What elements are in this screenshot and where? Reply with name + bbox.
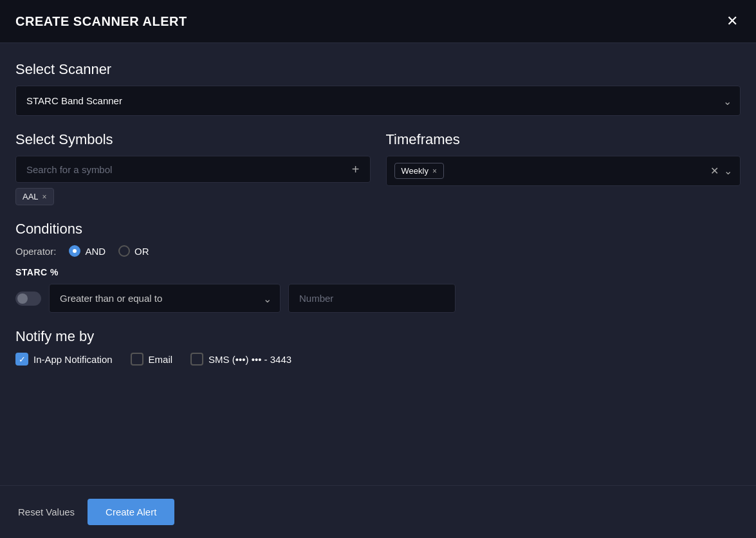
- symbols-section: Select Symbols Search for a symbol + AAL…: [15, 131, 371, 205]
- condition-select[interactable]: Greater than or equal to Less than or eq…: [49, 284, 281, 313]
- add-symbol-button[interactable]: +: [352, 163, 360, 176]
- starc-label: STARC %: [15, 267, 741, 277]
- modal-container: CREATE SCANNER ALERT ✕ Select Scanner ST…: [0, 0, 756, 538]
- modal-title: CREATE SCANNER ALERT: [15, 14, 187, 29]
- scanner-section-title: Select Scanner: [15, 61, 741, 78]
- scanner-section: Select Scanner STARC Band Scanner ⌄: [15, 61, 741, 116]
- radio-or-icon: [118, 245, 130, 257]
- scanner-select[interactable]: STARC Band Scanner: [15, 86, 741, 116]
- timeframes-select-box[interactable]: Weekly × ✕ ⌄: [386, 156, 741, 186]
- modal-header: CREATE SCANNER ALERT ✕: [0, 0, 756, 43]
- timeframes-section: Timeframes Weekly × ✕ ⌄: [386, 131, 741, 205]
- timeframes-actions: ✕ ⌄: [710, 165, 732, 177]
- symbol-tag-aal: AAL ×: [15, 188, 54, 205]
- checkbox-inapp-check: ✓: [19, 355, 26, 364]
- condition-toggle[interactable]: [15, 292, 41, 306]
- notify-inapp-label: In-App Notification: [33, 354, 113, 365]
- conditions-section: Conditions Operator: AND OR STARC %: [15, 221, 741, 313]
- notify-section: Notify me by ✓ In-App Notification Email…: [15, 328, 741, 366]
- radio-or[interactable]: OR: [118, 245, 149, 257]
- symbols-timeframes-row: Select Symbols Search for a symbol + AAL…: [15, 131, 741, 205]
- notify-email-label: Email: [149, 354, 173, 365]
- operator-label: Operator:: [15, 246, 56, 257]
- symbol-tags-row: AAL ×: [15, 188, 371, 205]
- notify-options-row: ✓ In-App Notification Email SMS (•••) ••…: [15, 353, 741, 366]
- radio-and[interactable]: AND: [69, 245, 106, 257]
- checkbox-inapp-icon[interactable]: ✓: [15, 353, 28, 366]
- condition-select-wrapper: Greater than or equal to Less than or eq…: [49, 284, 281, 313]
- notify-section-title: Notify me by: [15, 328, 741, 345]
- timeframes-section-title: Timeframes: [386, 131, 741, 148]
- modal-footer: Reset Values Create Alert: [0, 485, 756, 538]
- create-alert-button[interactable]: Create Alert: [88, 499, 174, 525]
- timeframes-clear-icon[interactable]: ✕: [710, 165, 719, 177]
- number-input[interactable]: [288, 284, 456, 313]
- modal-body: Select Scanner STARC Band Scanner ⌄ Sele…: [0, 43, 756, 485]
- reset-button[interactable]: Reset Values: [15, 500, 77, 524]
- scanner-select-wrapper: STARC Band Scanner ⌄: [15, 86, 741, 116]
- checkbox-sms-icon[interactable]: [190, 353, 203, 366]
- symbol-tag-close-icon[interactable]: ×: [42, 193, 47, 201]
- operator-row: Operator: AND OR: [15, 245, 741, 257]
- radio-and-label: AND: [85, 246, 106, 257]
- starc-condition-block: STARC % Greater than or equal to Less th…: [15, 267, 741, 313]
- checkbox-email-icon[interactable]: [131, 353, 143, 366]
- symbol-tag-label: AAL: [23, 192, 39, 201]
- condition-row: Greater than or equal to Less than or eq…: [15, 284, 741, 313]
- timeframe-tag-label: Weekly: [401, 166, 429, 176]
- notify-option-email[interactable]: Email: [131, 353, 173, 366]
- timeframes-chevron-icon: ⌄: [724, 165, 732, 177]
- conditions-section-title: Conditions: [15, 221, 741, 237]
- timeframe-tag-close-icon[interactable]: ×: [432, 167, 437, 175]
- symbols-section-title: Select Symbols: [15, 131, 371, 148]
- symbol-search-placeholder: Search for a symbol: [26, 164, 347, 175]
- radio-and-icon: [69, 245, 80, 257]
- notify-option-inapp[interactable]: ✓ In-App Notification: [15, 353, 113, 366]
- timeframe-tag-weekly: Weekly ×: [394, 163, 444, 179]
- close-button[interactable]: ✕: [724, 12, 741, 31]
- notify-sms-label: SMS (•••) ••• - 3443: [208, 354, 291, 365]
- radio-or-label: OR: [134, 246, 149, 257]
- symbol-search-box[interactable]: Search for a symbol +: [15, 156, 371, 183]
- notify-option-sms[interactable]: SMS (•••) ••• - 3443: [190, 353, 291, 366]
